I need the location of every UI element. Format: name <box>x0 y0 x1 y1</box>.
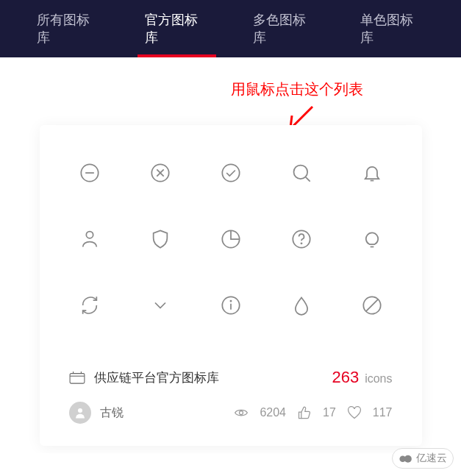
icon-count: 263 <box>332 368 359 387</box>
refresh-icon[interactable] <box>79 294 101 316</box>
close-circle-icon[interactable] <box>149 162 171 184</box>
svg-point-6 <box>222 164 239 181</box>
icon-count-label: icons <box>365 372 392 386</box>
library-title: 供应链平台官方图标库 <box>94 369 219 386</box>
tab-bar: 所有图标库 官方图标库 多色图标库 单色图标库 <box>0 0 461 57</box>
user-icon[interactable] <box>79 228 101 250</box>
icon-library-card[interactable]: 供应链平台官方图标库 263 icons 古锐 6204 17 117 <box>40 125 422 446</box>
chevron-down-icon[interactable] <box>149 294 171 316</box>
info-circle-icon[interactable] <box>220 294 242 316</box>
svg-point-10 <box>86 232 93 238</box>
watermark: 亿速云 <box>392 448 454 453</box>
likes-count: 17 <box>323 406 336 419</box>
svg-rect-20 <box>70 374 85 383</box>
thumbs-up-icon <box>296 405 312 420</box>
avatar[interactable] <box>69 402 91 424</box>
library-icon <box>69 371 85 384</box>
pie-chart-icon[interactable] <box>220 228 242 250</box>
tab-all[interactable]: 所有图标库 <box>15 0 123 57</box>
search-icon[interactable] <box>290 162 312 184</box>
svg-point-13 <box>301 243 301 244</box>
author-stats-row: 古锐 6204 17 117 <box>69 402 393 424</box>
svg-point-7 <box>293 166 307 180</box>
tab-official[interactable]: 官方图标库 <box>123 0 231 57</box>
annotation-text: 用鼠标点击这个列表 <box>132 79 461 99</box>
minus-circle-icon[interactable] <box>79 162 101 184</box>
ban-icon[interactable] <box>361 294 383 316</box>
icon-grid <box>69 162 393 316</box>
droplet-icon[interactable] <box>290 294 312 316</box>
eye-icon <box>233 405 249 420</box>
library-meta: 供应链平台官方图标库 263 icons <box>69 368 393 387</box>
tab-multicolor[interactable]: 多色图标库 <box>231 0 339 57</box>
svg-point-25 <box>240 411 243 415</box>
author-name[interactable]: 古锐 <box>100 405 124 421</box>
lightbulb-icon[interactable] <box>361 228 383 250</box>
svg-point-24 <box>78 408 82 413</box>
shield-icon[interactable] <box>149 228 171 250</box>
svg-line-8 <box>305 177 310 182</box>
tab-monochrome[interactable]: 单色图标库 <box>338 0 446 57</box>
bell-icon[interactable] <box>361 162 383 184</box>
heart-icon <box>346 405 362 420</box>
svg-line-0 <box>293 107 312 127</box>
check-circle-icon[interactable] <box>220 162 242 184</box>
favorites-count: 117 <box>373 406 393 419</box>
svg-point-17 <box>230 301 231 302</box>
views-count: 6204 <box>260 406 286 419</box>
svg-line-19 <box>365 299 377 311</box>
question-circle-icon[interactable] <box>290 228 312 250</box>
